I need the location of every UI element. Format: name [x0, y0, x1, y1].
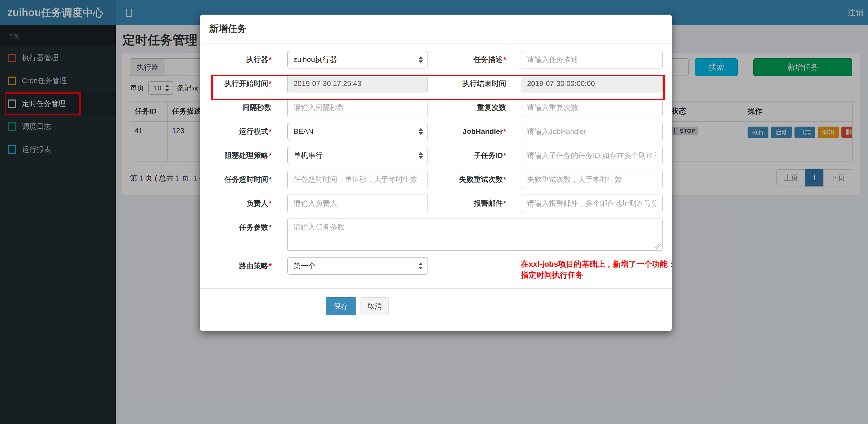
required-star: *: [269, 262, 272, 270]
modal-form: 执行器*zuihou执行器任务描述*执行开始时间*执行结束时间间隔秒数重复次数运…: [200, 43, 672, 281]
field-input[interactable]: [287, 195, 428, 212]
field-label: 执行器*: [209, 51, 287, 68]
field-label: 子任务ID*: [428, 146, 521, 164]
field-select[interactable]: BEAN: [287, 123, 428, 140]
form-row: 间隔秒数重复次数: [209, 99, 662, 117]
modal-header: 新增任务: [200, 14, 672, 43]
select-caret-icon: [418, 152, 423, 159]
field-label: JobHandler*: [428, 123, 521, 140]
field-label: 失败重试次数*: [428, 171, 521, 188]
modal-title: 新增任务: [209, 23, 662, 35]
select-caret-icon: [418, 56, 423, 63]
field-select[interactable]: zuihou执行器: [287, 51, 428, 68]
form-row: 阻塞处理策略*单机串行子任务ID*: [209, 146, 662, 164]
select-caret-icon: [418, 128, 423, 135]
field-label: 负责人*: [209, 195, 287, 212]
select-value: BEAN: [293, 127, 313, 136]
select-value: 单机串行: [293, 151, 323, 160]
required-star: *: [269, 56, 272, 64]
required-star: *: [503, 151, 506, 159]
form-row: 任务参数*: [209, 219, 662, 251]
field-label: 报警邮件*: [428, 195, 521, 212]
select-value: 第一个: [293, 261, 315, 271]
field-label: 路由策略*: [209, 257, 287, 281]
form-row: 运行模式*BEANJobHandler*: [209, 123, 662, 140]
required-star: *: [269, 127, 272, 135]
form-row: 路由策略*第一个在xxl-jobs项目的基础上，新增了一个功能：指定时间执行任务: [209, 257, 662, 281]
required-star: *: [269, 223, 272, 231]
field-label: 任务描述*: [428, 51, 521, 68]
field-input[interactable]: [521, 51, 662, 68]
required-star: *: [503, 175, 506, 183]
field-input[interactable]: [521, 195, 662, 212]
required-star: *: [503, 56, 506, 64]
field-input[interactable]: [287, 99, 428, 117]
field-label: 阻塞处理策略*: [209, 146, 287, 164]
modal-footer: 保存 取消: [200, 288, 672, 331]
field-input[interactable]: [287, 171, 428, 188]
field-input[interactable]: [521, 123, 662, 140]
field-label: 执行开始时间*: [209, 75, 287, 93]
form-row: 执行器*zuihou执行器任务描述*: [209, 51, 662, 68]
field-label: 执行结束时间: [428, 75, 521, 93]
required-star: *: [503, 199, 506, 207]
field-select[interactable]: 单机串行: [287, 146, 428, 164]
field-label: 重复次数: [428, 99, 521, 117]
save-button[interactable]: 保存: [326, 297, 356, 316]
form-row: 任务超时时间*失败重试次数*: [209, 171, 662, 188]
field-label: 间隔秒数: [209, 99, 287, 117]
field-label: 运行模式*: [209, 123, 287, 140]
required-star: *: [269, 79, 272, 88]
required-star: *: [269, 151, 272, 159]
field-input[interactable]: [521, 99, 662, 117]
field-input[interactable]: [521, 75, 662, 93]
field-label: 任务参数*: [209, 219, 287, 251]
modal-note-text: 在xxl-jobs项目的基础上，新增了一个功能：指定时间执行任务: [521, 257, 662, 281]
field-input[interactable]: [521, 146, 662, 164]
field-label: 任务超时时间*: [209, 171, 287, 188]
select-value: zuihou执行器: [293, 55, 337, 65]
cancel-button[interactable]: 取消: [361, 297, 389, 316]
add-task-modal: 新增任务 执行器*zuihou执行器任务描述*执行开始时间*执行结束时间间隔秒数…: [200, 14, 672, 331]
form-row: 执行开始时间*执行结束时间: [209, 75, 662, 93]
required-star: *: [269, 175, 272, 183]
required-star: *: [269, 199, 272, 207]
field-input[interactable]: [287, 75, 428, 93]
field-input[interactable]: [521, 171, 662, 188]
required-star: *: [503, 127, 506, 135]
form-row: 负责人*报警邮件*: [209, 195, 662, 212]
app-root: zuihou任务调度中心 注销 导航 执行器管理Cron任务管理定时任务管理调度…: [0, 0, 868, 424]
field-textarea[interactable]: [287, 219, 662, 251]
field-select[interactable]: 第一个: [287, 257, 428, 275]
select-caret-icon: [418, 263, 423, 269]
